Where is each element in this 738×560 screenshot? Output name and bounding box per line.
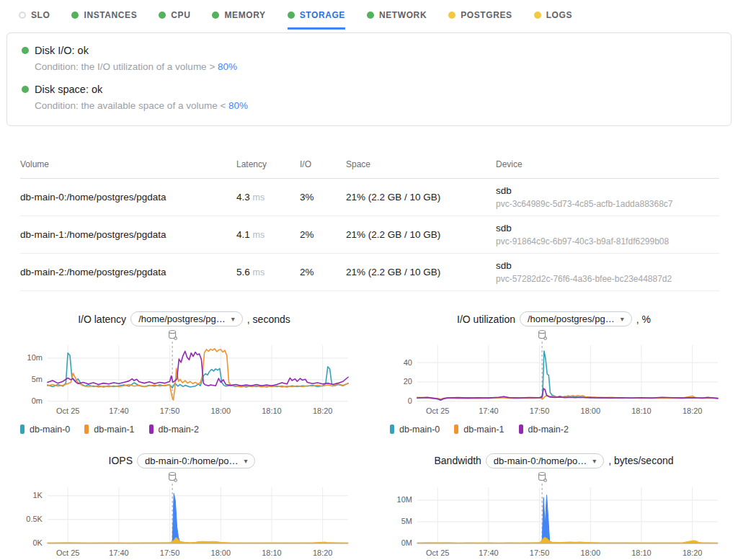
series-db-main-2 <box>417 388 718 400</box>
svg-text:Oct 25: Oct 25 <box>56 406 79 415</box>
condition-threshold-link[interactable]: 80% <box>218 61 237 72</box>
volume-select-value: /home/postgres/pg… <box>138 314 226 324</box>
tab-instances[interactable]: INSTANCES <box>71 10 137 30</box>
table-row: db-main-2:/home/postgres/pgdata5.6 ms2%2… <box>20 254 719 291</box>
column-header-space: Space <box>346 155 496 179</box>
volume-select[interactable]: /home/postgres/pg…▾ <box>520 311 632 326</box>
series-read <box>48 493 348 543</box>
space-cell: 21% (2.2 GB / 10 GB) <box>346 254 496 291</box>
chart-plot: Oct 2517:4017:5018:0018:1018:200m5m10m <box>14 328 354 423</box>
chart-title: I/O latency <box>78 314 126 325</box>
latency-cell: 4.1 ms <box>236 216 300 254</box>
svg-text:18:20: 18:20 <box>683 406 702 415</box>
column-header-latency: Latency <box>236 155 300 179</box>
volume-select[interactable]: /home/postgres/pg…▾ <box>130 311 243 326</box>
series-db-main-2 <box>48 351 348 386</box>
chart-plot: Oct 2517:4017:5018:0018:1018:2002040 <box>384 328 724 423</box>
svg-text:0K: 0K <box>32 538 43 547</box>
svg-text:18:00: 18:00 <box>581 406 600 415</box>
svg-text:17:50: 17:50 <box>530 406 549 415</box>
tab-network[interactable]: NETWORK <box>367 10 427 30</box>
column-header-device: Device <box>496 155 719 179</box>
legend-item-db-main-1[interactable]: db-main-1 <box>454 425 504 435</box>
tab-slo[interactable]: SLO <box>19 10 50 30</box>
chart-unit-label: , seconds <box>247 314 290 325</box>
legend-label: db-main-0 <box>30 425 70 435</box>
tab-label: NETWORK <box>379 10 427 20</box>
status-ok-icon <box>22 47 29 54</box>
svg-text:0: 0 <box>408 396 412 405</box>
svg-text:17:50: 17:50 <box>530 548 549 556</box>
database-event-icon <box>169 472 177 481</box>
legend-swatch <box>390 425 394 434</box>
volume-select-value: db-main-0:/home/po… <box>494 455 587 466</box>
status-title: Disk space: ok <box>35 84 102 95</box>
svg-text:5M: 5M <box>401 517 412 525</box>
svg-text:18:10: 18:10 <box>631 548 651 556</box>
svg-text:17:40: 17:40 <box>109 548 128 556</box>
chart-bandwidth: Bandwidth db-main-0:/home/po…▾ , bytes/s… <box>384 453 724 560</box>
series-write <box>48 538 348 543</box>
chart-io-utilization: I/O utilization /home/postgres/pg…▾ , % … <box>384 311 724 435</box>
chevron-down-icon: ▾ <box>621 315 624 323</box>
svg-text:18:20: 18:20 <box>683 548 702 556</box>
legend-label: db-main-1 <box>94 425 134 435</box>
tab-logs[interactable]: LOGS <box>534 10 572 30</box>
condition-text: Condition: the I/O utilization of a volu… <box>35 61 218 72</box>
device-cell: sdbpvc-91864c9c-6b97-40c3-b9af-81fdf6299… <box>496 216 719 254</box>
svg-text:5m: 5m <box>32 375 43 383</box>
legend-item-db-main-2[interactable]: db-main-2 <box>519 425 569 435</box>
legend-item-db-main-2[interactable]: db-main-2 <box>149 425 199 435</box>
tab-cpu[interactable]: CPU <box>159 10 190 30</box>
legend-label: db-main-2 <box>159 425 199 435</box>
legend-swatch <box>84 425 89 434</box>
svg-text:10m: 10m <box>27 353 43 362</box>
status-green-icon <box>288 12 295 19</box>
tab-postgres[interactable]: POSTGRES <box>448 10 512 30</box>
tab-memory[interactable]: MEMORY <box>212 10 265 30</box>
tab-label: POSTGRES <box>461 10 512 20</box>
volume-select[interactable]: db-main-0:/home/po…▾ <box>137 453 255 468</box>
volumes-table: VolumeLatencyI/OSpaceDevice db-main-0:/h… <box>20 155 719 291</box>
condition-threshold-link[interactable]: 80% <box>228 100 248 111</box>
svg-text:Oct 25: Oct 25 <box>426 406 449 415</box>
legend-label: db-main-0 <box>399 425 440 435</box>
database-event-icon <box>539 330 547 339</box>
tab-label: INSTANCES <box>84 10 137 20</box>
chart-svg: Oct 2517:4017:5018:0018:1018:2002040 <box>384 328 724 423</box>
status-ok-icon <box>22 86 29 93</box>
volume-select[interactable]: db-main-0:/home/po…▾ <box>486 453 604 468</box>
database-event-icon <box>169 330 177 339</box>
chart-legend: db-main-0db-main-1db-main-2 <box>20 425 354 435</box>
svg-text:40: 40 <box>404 358 412 367</box>
tab-label: SLO <box>31 10 50 20</box>
chart-svg: Oct 2517:4017:5018:0018:1018:200K0.5K1K <box>14 470 354 560</box>
legend-swatch <box>519 425 523 434</box>
status-yellow-icon <box>534 12 541 19</box>
legend-item-db-main-0[interactable]: db-main-0 <box>20 425 70 435</box>
svg-text:18:10: 18:10 <box>631 406 651 415</box>
latency-cell: 5.6 ms <box>236 254 300 291</box>
legend-swatch <box>454 425 458 434</box>
status-yellow-icon <box>448 12 455 19</box>
space-cell: 21% (2.2 GB / 10 GB) <box>346 216 496 254</box>
series-written <box>417 537 718 543</box>
legend-item-db-main-1[interactable]: db-main-1 <box>84 425 134 435</box>
device-cell: sdbpvc-3c64989c-5d73-4c85-acfb-1adda8836… <box>496 179 719 216</box>
chart-io-latency: I/O latency /home/postgres/pg…▾ , second… <box>14 311 354 435</box>
column-header-volume: Volume <box>20 155 236 179</box>
chart-title: IOPS <box>109 455 133 466</box>
space-cell: 21% (2.2 GB / 10 GB) <box>346 179 496 216</box>
chart-unit-label: , bytes/second <box>608 455 673 466</box>
chart-plot: Oct 2517:4017:5018:0018:1018:200M5M10M <box>384 470 724 560</box>
tab-label: CPU <box>171 10 190 20</box>
legend-swatch <box>149 425 154 434</box>
charts-grid: I/O latency /home/postgres/pg…▾ , second… <box>0 311 738 560</box>
chart-legend: db-main-0db-main-1db-main-2 <box>390 425 724 435</box>
table-row: db-main-0:/home/postgres/pgdata4.3 ms3%2… <box>20 179 719 216</box>
tab-storage[interactable]: STORAGE <box>288 10 345 30</box>
legend-item-db-main-0[interactable]: db-main-0 <box>390 425 440 435</box>
status-title: Disk I/O: ok <box>35 45 89 56</box>
svg-text:20: 20 <box>404 377 412 386</box>
latency-cell: 4.3 ms <box>236 179 300 216</box>
